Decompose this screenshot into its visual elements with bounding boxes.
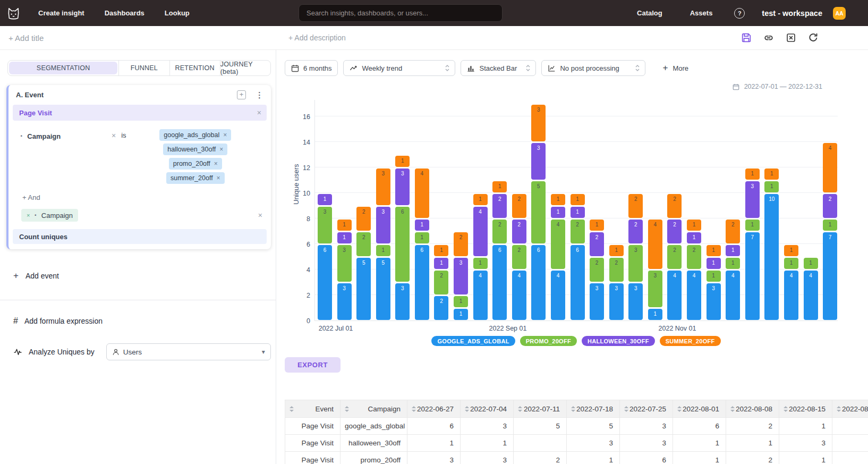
bar-segment-halloween_30off[interactable]: 1 — [551, 207, 565, 218]
column-header[interactable]: Event — [285, 400, 341, 418]
bar-segment-summer_20off[interactable]: 2 — [512, 194, 526, 218]
add-and-condition[interactable]: + And — [13, 186, 267, 205]
bar-segment-halloween_30off[interactable]: 1 — [318, 194, 332, 205]
bar-segment-promo_20off[interactable]: 1 — [707, 271, 721, 282]
bar-segment-google_ads_global[interactable]: 10 — [764, 194, 779, 320]
bar-segment-summer_20off[interactable]: 1 — [784, 245, 798, 256]
bar-segment-google_ads_global[interactable]: 3 — [609, 283, 624, 320]
bar-segment-summer_20off[interactable]: 4 — [823, 143, 837, 192]
bar-segment-summer_20off[interactable]: 3 — [376, 168, 390, 205]
sort-icon[interactable] — [784, 406, 788, 412]
bar-segment-summer_20off[interactable]: 2 — [726, 220, 740, 243]
bar-segment-halloween_30off[interactable]: 2 — [823, 194, 837, 218]
nav-assets[interactable]: Assets — [680, 9, 723, 17]
clear-breakdown-icon[interactable]: × — [258, 211, 262, 220]
bar-segment-halloween_30off[interactable]: 2 — [492, 194, 507, 218]
legend-pill-halloween_30off[interactable]: HALLOWEEN_30OFF — [582, 336, 655, 346]
remove-filter-icon[interactable]: × — [112, 131, 116, 140]
add-event-button[interactable]: + Add event — [13, 271, 276, 281]
post-processing-select[interactable]: No post processing — [541, 60, 645, 76]
bar-segment-promo_20off[interactable]: 1 — [823, 220, 837, 231]
bar-segment-google_ads_global[interactable]: 4 — [784, 271, 798, 320]
bar-segment-halloween_30off[interactable]: 1 — [726, 245, 740, 256]
sort-icon[interactable] — [518, 406, 522, 412]
analyze-by-select[interactable]: Users ▾ — [106, 343, 271, 360]
bar-segment-promo_20off[interactable]: 1 — [764, 181, 779, 192]
save-icon[interactable] — [742, 33, 751, 43]
bar-segment-google_ads_global[interactable]: 6 — [318, 245, 332, 320]
column-header[interactable]: 2022-08-15 — [779, 400, 832, 418]
bar-segment-summer_20off[interactable]: 1 — [492, 181, 507, 192]
remove-tag-icon[interactable]: × — [217, 174, 220, 182]
copy-link-icon[interactable] — [764, 33, 773, 43]
bar-segment-promo_20off[interactable]: 2 — [492, 220, 507, 243]
bar-segment-promo_20off[interactable]: 2 — [590, 258, 604, 282]
column-header[interactable]: 2022-08-01 — [673, 400, 726, 418]
duplicate-event-icon[interactable]: + — [237, 90, 246, 99]
bar-segment-summer_20off[interactable]: 2 — [628, 194, 643, 218]
bar-segment-google_ads_global[interactable]: 2 — [434, 296, 448, 320]
tab-retention[interactable]: RETENTION — [170, 61, 220, 75]
more-options-button[interactable]: + More — [662, 63, 688, 73]
bar-segment-halloween_30off[interactable]: 3 — [745, 181, 760, 218]
trend-select[interactable]: Weekly trend — [343, 60, 455, 76]
bar-segment-google_ads_global[interactable]: 3 — [395, 283, 410, 320]
column-header[interactable]: 2022-07-18 — [567, 400, 620, 418]
sort-icon[interactable] — [730, 406, 735, 412]
column-header[interactable]: 2022-07-04 — [461, 400, 514, 418]
filter-value-tag[interactable]: halloween_30off × — [163, 144, 227, 155]
nav-dashboards[interactable]: Dashboards — [95, 9, 155, 17]
bar-segment-halloween_30off[interactable]: 4 — [473, 207, 488, 256]
bar-segment-promo_20off[interactable]: 1 — [454, 296, 468, 307]
bar-segment-promo_20off[interactable]: 2 — [667, 245, 682, 269]
column-header[interactable]: 2022-06-27 — [407, 400, 461, 418]
refresh-icon[interactable] — [809, 33, 818, 43]
bar-segment-summer_20off[interactable]: 1 — [395, 156, 410, 167]
global-search-input[interactable]: Search insights, dashboards, or users... — [299, 4, 503, 22]
bar-segment-google_ads_global[interactable]: 3 — [337, 283, 352, 320]
tab-journey[interactable]: JOURNEY (beta) — [220, 61, 270, 75]
bar-segment-promo_20off[interactable]: 3 — [318, 207, 332, 243]
bar-segment-summer_20off[interactable]: 2 — [454, 232, 468, 256]
bar-segment-promo_20off[interactable]: 1 — [784, 258, 798, 269]
bar-segment-promo_20off[interactable]: 2 — [687, 245, 701, 269]
bar-segment-promo_20off[interactable]: 2 — [512, 245, 526, 269]
bar-segment-summer_20off[interactable]: 4 — [415, 168, 429, 218]
bar-segment-promo_20off[interactable]: 3 — [628, 245, 643, 282]
bar-segment-google_ads_global[interactable]: 4 — [473, 271, 488, 320]
bar-segment-summer_20off[interactable]: 2 — [667, 194, 682, 218]
filter-operator[interactable]: is — [121, 131, 126, 140]
close-insight-icon[interactable] — [786, 33, 796, 43]
bar-segment-google_ads_global[interactable]: 6 — [531, 245, 546, 320]
legend-pill-google_ads_global[interactable]: GOOGLE_ADS_GLOBAL — [431, 336, 515, 346]
sort-icon[interactable] — [345, 406, 349, 412]
bar-segment-google_ads_global[interactable]: 4 — [804, 271, 818, 320]
bar-segment-promo_20off[interactable]: 3 — [648, 271, 662, 307]
breakdown-chip[interactable]: × · Campaign — [21, 209, 78, 222]
bar-segment-summer_20off[interactable]: 1 — [551, 194, 565, 205]
bar-segment-promo_20off[interactable]: 1 — [473, 258, 488, 269]
bar-segment-google_ads_global[interactable]: 1 — [454, 309, 468, 320]
date-window-button[interactable]: 6 months — [285, 60, 338, 76]
bar-segment-halloween_30off[interactable]: 1 — [337, 232, 352, 243]
bar-segment-halloween_30off[interactable]: 1 — [687, 232, 701, 243]
bar-segment-halloween_30off[interactable]: 3 — [376, 207, 390, 243]
bar-segment-promo_20off[interactable]: 1 — [376, 245, 390, 256]
bar-segment-google_ads_global[interactable]: 4 — [726, 271, 740, 320]
bar-segment-halloween_30off[interactable]: 3 — [531, 143, 546, 180]
bar-segment-google_ads_global[interactable]: 5 — [376, 258, 390, 320]
bar-segment-google_ads_global[interactable]: 7 — [823, 232, 837, 320]
remove-event-icon[interactable]: × — [257, 108, 261, 117]
filter-value-tag[interactable]: summer_20off × — [166, 172, 225, 184]
bar-segment-google_ads_global[interactable]: 4 — [551, 271, 565, 320]
bar-segment-summer_20off[interactable]: 1 — [571, 194, 585, 205]
bar-segment-google_ads_global[interactable]: 5 — [356, 258, 371, 320]
bar-segment-summer_20off[interactable]: 2 — [356, 207, 371, 231]
tab-segmentation[interactable]: SEGMENTATION — [9, 62, 117, 74]
bar-segment-halloween_30off[interactable]: 1 — [434, 258, 448, 269]
bar-segment-google_ads_global[interactable]: 3 — [590, 283, 604, 320]
add-formula-button[interactable]: # Add formula expression — [13, 316, 276, 326]
bar-segment-summer_20off[interactable]: 1 — [707, 245, 721, 256]
bar-segment-summer_20off[interactable]: 1 — [609, 245, 624, 256]
bar-segment-halloween_30off[interactable]: 2 — [667, 220, 682, 243]
